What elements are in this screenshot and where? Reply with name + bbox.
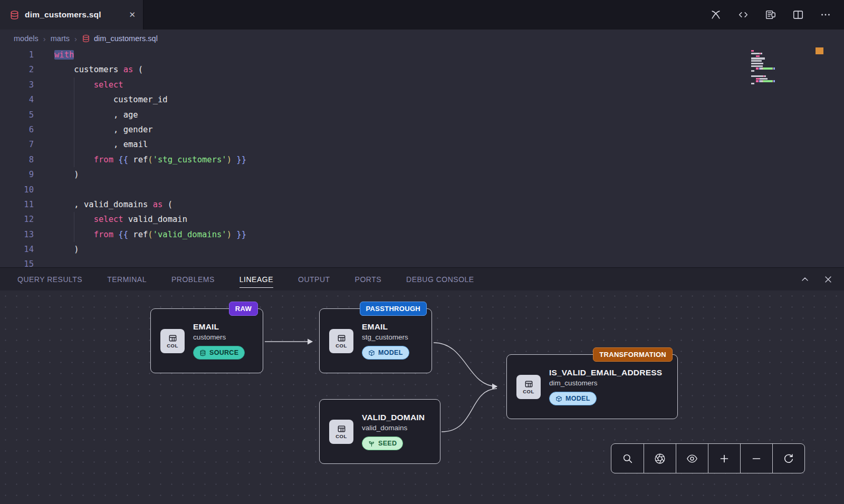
node-subtitle: dim_customers <box>549 379 662 387</box>
lineage-node-customers[interactable]: RAWCOLEMAILcustomersSOURCE <box>150 308 263 373</box>
node-text: VALID_DOMAINvalid_domainsSEED <box>362 413 425 450</box>
tab-terminal[interactable]: TERMINAL <box>107 268 147 290</box>
line-content: select <box>34 77 123 92</box>
code-line[interactable]: 8 from {{ ref('stg_customers') }} <box>0 152 844 167</box>
aperture-button[interactable] <box>644 444 676 473</box>
code-line[interactable]: 3 select <box>0 77 844 92</box>
zoom-out-button[interactable] <box>740 444 772 473</box>
refresh-button[interactable] <box>772 444 804 473</box>
close-panel-icon[interactable] <box>823 274 833 285</box>
code-line[interactable]: 4 customer_id <box>0 92 844 107</box>
breadcrumb-item-models[interactable]: models <box>14 34 39 43</box>
badge-label: SEED <box>378 440 397 447</box>
code-icon[interactable] <box>737 9 749 21</box>
line-number: 6 <box>0 122 34 137</box>
node-title: EMAIL <box>362 322 409 332</box>
code-token: ) <box>54 245 79 254</box>
column-chip-label: COL <box>167 343 178 348</box>
line-content: , email <box>34 137 148 152</box>
lineage-canvas[interactable]: RAWCOLEMAILcustomersSOURCEPASSTHROUGHCOL… <box>0 290 844 504</box>
breadcrumb-item-file[interactable]: dim_customers.sql <box>82 34 158 43</box>
code-line[interactable]: 2 customers as ( <box>0 62 844 77</box>
tab-query-results[interactable]: QUERY RESULTS <box>17 268 82 290</box>
minimap[interactable] <box>751 50 810 88</box>
preview-icon[interactable] <box>765 9 776 21</box>
code-line[interactable]: 11 , valid_domains as ( <box>0 197 844 212</box>
node-subtitle: valid_domains <box>362 424 425 432</box>
code-token: ( <box>148 155 152 164</box>
code-token: ( <box>162 200 172 209</box>
line-content: , valid_domains as ( <box>34 197 172 212</box>
more-actions-icon[interactable] <box>820 9 831 21</box>
lineage-node-dim_customers[interactable]: TRANSFORMATIONCOLIS_VALID_EMAIL_ADDRESSd… <box>506 354 678 419</box>
lineage-node-stg_customers[interactable]: PASSTHROUGHCOLEMAILstg_customersMODEL <box>319 308 432 373</box>
line-number: 7 <box>0 137 34 152</box>
code-line[interactable]: 6 , gender <box>0 122 844 137</box>
line-content: ) <box>34 242 79 257</box>
breadcrumb-item-marts[interactable]: marts <box>51 34 70 43</box>
tab-problems[interactable]: PROBLEMS <box>171 268 215 290</box>
code-token: customer_id <box>54 95 168 104</box>
indent-guide <box>74 77 74 167</box>
code-line[interactable]: 9 ) <box>0 167 844 182</box>
eye-button[interactable] <box>676 444 708 473</box>
code-token: ) <box>227 230 232 239</box>
column-chip: COL <box>516 375 541 399</box>
editor-tab[interactable]: dim_customers.sql ✕ <box>0 0 143 30</box>
column-chip: COL <box>160 329 185 353</box>
code-token <box>113 155 118 164</box>
code-line[interactable]: 13 from {{ ref('valid_domains') }} <box>0 227 844 242</box>
tab-label: PROBLEMS <box>171 275 215 284</box>
line-content: from {{ ref('stg_customers') }} <box>34 152 246 167</box>
search-button[interactable] <box>611 444 644 473</box>
line-content <box>34 257 54 267</box>
lineage-node-valid_domains[interactable]: COLVALID_DOMAINvalid_domainsSEED <box>319 399 440 464</box>
line-number: 3 <box>0 77 34 92</box>
search-icon <box>622 453 634 464</box>
line-number: 10 <box>0 182 34 197</box>
code-line[interactable]: 1with <box>0 47 844 62</box>
tab-ports[interactable]: PORTS <box>355 268 381 290</box>
badge-label: MODEL <box>565 395 590 402</box>
code-token: with <box>54 50 74 60</box>
code-line[interactable]: 10 <box>0 182 844 197</box>
tab-close-button[interactable]: ✕ <box>129 10 136 20</box>
tab-debug-console[interactable]: DEBUG CONSOLE <box>406 268 474 290</box>
database-file-icon <box>82 34 90 43</box>
node-tag-transformation: TRANSFORMATION <box>593 347 673 362</box>
code-line[interactable]: 5 , age <box>0 108 844 122</box>
seedling-icon <box>368 440 375 447</box>
dbt-extension-icon[interactable] <box>710 9 722 21</box>
code-lines: 1with2 customers as (3 select4 customer_… <box>0 47 844 267</box>
code-line[interactable]: 12 select valid_domain <box>0 212 844 227</box>
code-line[interactable]: 15 <box>0 257 844 267</box>
aperture-icon <box>654 453 666 464</box>
code-token: as <box>123 65 133 74</box>
tab-output[interactable]: OUTPUT <box>298 268 330 290</box>
tab-lineage[interactable]: LINEAGE <box>239 268 273 290</box>
app-window: dim_customers.sql ✕ models › marts › dim… <box>0 0 844 504</box>
node-badge-source: SOURCE <box>193 346 245 360</box>
code-token: ref <box>128 155 148 164</box>
line-content: , age <box>34 108 138 122</box>
zoom-in-button[interactable] <box>708 444 740 473</box>
table-icon <box>524 380 533 389</box>
line-number: 4 <box>0 92 34 107</box>
split-editor-icon[interactable] <box>792 9 804 21</box>
code-editor[interactable]: 1with2 customers as (3 select4 customer_… <box>0 47 844 267</box>
node-tag-passthrough: PASSTHROUGH <box>360 302 427 316</box>
code-token: , email <box>54 140 148 149</box>
node-subtitle: customers <box>193 333 245 341</box>
code-token: select <box>94 215 123 224</box>
titlebar: dim_customers.sql ✕ <box>0 0 844 30</box>
code-line[interactable]: 14 ) <box>0 242 844 257</box>
line-number: 14 <box>0 242 34 257</box>
line-number: 9 <box>0 167 34 182</box>
code-line[interactable]: 7 , email <box>0 137 844 152</box>
node-text: EMAILstg_customersMODEL <box>362 322 409 360</box>
line-content: with <box>34 47 74 62</box>
line-content: from {{ ref('valid_domains') }} <box>34 227 246 242</box>
code-token: ) <box>227 155 232 164</box>
collapse-panel-icon[interactable] <box>800 274 810 285</box>
chevron-right-icon: › <box>74 34 77 43</box>
